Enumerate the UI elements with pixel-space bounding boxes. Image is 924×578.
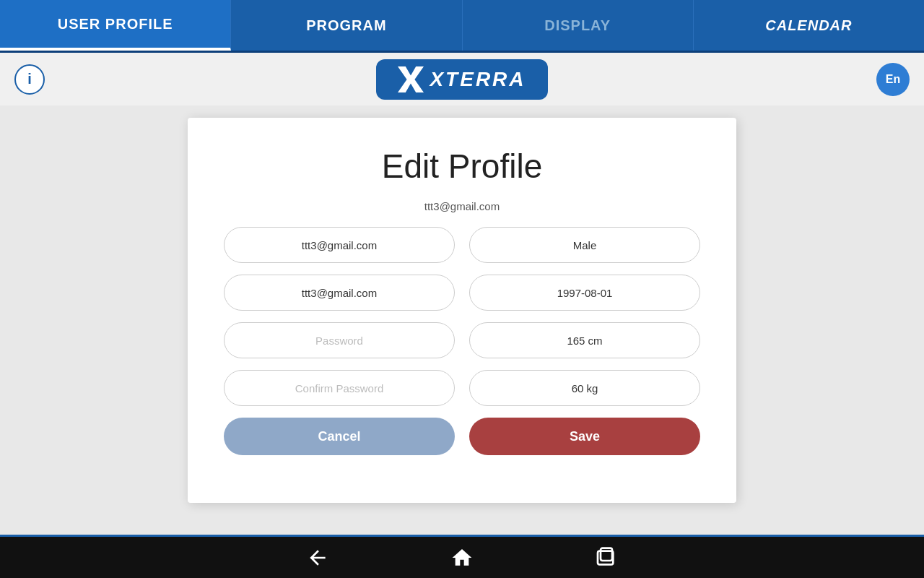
confirm-password-field[interactable] (224, 370, 455, 406)
form-row-4 (224, 370, 700, 406)
tab-display[interactable]: DISPLAY (463, 0, 694, 51)
back-button[interactable] (245, 537, 390, 578)
email-field[interactable] (224, 227, 455, 263)
svg-marker-0 (398, 66, 424, 92)
height-field[interactable] (469, 322, 700, 358)
form-row-1 (224, 227, 700, 263)
language-button[interactable]: En (876, 63, 910, 96)
form-actions-row: Cancel Save (224, 418, 700, 455)
gender-field[interactable] (469, 227, 700, 263)
main-area: i XTERRA En Edit Profile ttt3@gmail.com (0, 53, 924, 535)
cancel-button[interactable]: Cancel (224, 418, 455, 455)
form-title: Edit Profile (224, 147, 700, 186)
info-button[interactable]: i (14, 64, 45, 95)
home-icon (450, 546, 474, 569)
password-field[interactable] (224, 322, 455, 358)
recents-icon (595, 546, 618, 569)
email-confirm-field[interactable] (224, 275, 455, 311)
recents-button[interactable] (534, 537, 679, 578)
svg-rect-2 (601, 548, 612, 560)
header-bar: i XTERRA En (0, 53, 924, 105)
xterra-logo: XTERRA (376, 59, 547, 100)
tab-user-profile[interactable]: USER PROFILE (0, 0, 231, 51)
back-icon (306, 546, 329, 569)
tab-program[interactable]: PROGRAM (231, 0, 462, 51)
home-button[interactable] (390, 537, 534, 578)
form-row-3 (224, 322, 700, 358)
xterra-x-icon (398, 66, 424, 92)
xterra-text: XTERRA (430, 68, 526, 91)
birthdate-field[interactable] (469, 275, 700, 311)
user-email-display: ttt3@gmail.com (224, 200, 700, 212)
bottom-bar (0, 535, 924, 578)
edit-profile-card: Edit Profile ttt3@gmail.com Cancel Save (188, 118, 736, 503)
save-button[interactable]: Save (469, 418, 700, 455)
tab-calendar[interactable]: CALENDAR (694, 0, 924, 51)
top-nav: USER PROFILE PROGRAM DISPLAY CALENDAR (0, 0, 924, 53)
form-row-2 (224, 275, 700, 311)
weight-field[interactable] (469, 370, 700, 406)
